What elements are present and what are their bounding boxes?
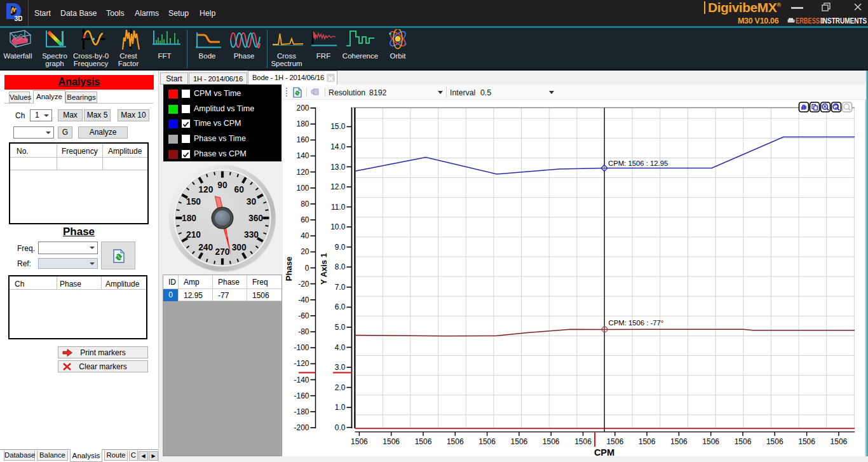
svg-text:1506: 1506 (447, 437, 464, 446)
svg-text:-80: -80 (298, 327, 309, 336)
svg-text:90: 90 (217, 180, 227, 189)
svg-text:120: 120 (296, 168, 309, 177)
svg-text:270: 270 (215, 247, 229, 256)
svg-text:Phase: Phase (284, 257, 294, 281)
svg-text:1506: 1506 (351, 437, 368, 446)
svg-text:13.0: 13.0 (330, 163, 346, 172)
svg-text:2.0: 2.0 (335, 383, 346, 392)
svg-text:240: 240 (198, 242, 213, 252)
svg-text:180: 180 (296, 119, 309, 128)
svg-text:-200: -200 (294, 423, 309, 432)
svg-text:150: 150 (186, 196, 200, 206)
svg-text:80: 80 (301, 200, 309, 208)
svg-text:140: 140 (296, 151, 309, 160)
svg-text:3.0: 3.0 (335, 363, 346, 372)
svg-text:CPM: CPM (594, 447, 614, 458)
svg-text:100: 100 (296, 184, 309, 193)
svg-text:3D: 3D (15, 15, 23, 22)
svg-text:360: 360 (248, 214, 262, 223)
svg-text:1506: 1506 (511, 437, 528, 446)
svg-text:1506: 1506 (702, 437, 719, 446)
svg-text:1506: 1506 (543, 437, 560, 446)
svg-text:6.0: 6.0 (335, 302, 346, 311)
svg-text:11.0: 11.0 (331, 203, 346, 212)
svg-text:-160: -160 (294, 391, 309, 400)
svg-text:1506: 1506 (670, 437, 688, 446)
svg-text:4.0: 4.0 (335, 343, 346, 352)
svg-text:1506: 1506 (735, 437, 752, 446)
svg-text:40: 40 (301, 231, 309, 240)
svg-text:-100: -100 (294, 343, 309, 352)
svg-text:10.0: 10.0 (330, 222, 346, 231)
svg-text:1506: 1506 (606, 437, 623, 446)
svg-text:60: 60 (234, 184, 244, 194)
svg-text:30: 30 (246, 196, 256, 206)
svg-text:-120: -120 (294, 359, 309, 368)
svg-text:1506: 1506 (831, 437, 848, 446)
svg-text:-40: -40 (298, 296, 309, 304)
svg-text:Y Axis 1: Y Axis 1 (319, 253, 329, 285)
svg-text:12.0: 12.0 (330, 182, 346, 191)
svg-text:14.0: 14.0 (330, 142, 346, 151)
svg-text:1506: 1506 (415, 437, 432, 446)
svg-text:1506: 1506 (478, 437, 496, 446)
svg-text:200: 200 (296, 104, 309, 112)
svg-text:-180: -180 (294, 407, 309, 416)
svg-text:-20: -20 (298, 280, 309, 289)
svg-text:180: 180 (181, 214, 196, 223)
svg-text:5.0: 5.0 (335, 323, 346, 332)
svg-text:160: 160 (296, 135, 309, 144)
svg-text:300: 300 (231, 242, 246, 252)
svg-text:1506: 1506 (574, 437, 592, 446)
svg-text:330: 330 (243, 230, 258, 240)
svg-text:15.0: 15.0 (330, 122, 346, 131)
svg-text:1506: 1506 (639, 437, 656, 446)
svg-text:20: 20 (301, 247, 309, 256)
svg-text:1506: 1506 (798, 437, 815, 446)
svg-text:-140: -140 (294, 376, 309, 384)
svg-text:120: 120 (198, 184, 213, 194)
svg-text:1506: 1506 (383, 437, 400, 446)
svg-text:CPM: 1506 : 12.95: CPM: 1506 : 12.95 (608, 160, 668, 167)
svg-text:-60: -60 (298, 311, 309, 320)
svg-text:210: 210 (186, 230, 200, 240)
svg-text:60: 60 (301, 215, 309, 224)
svg-text:CPM: 1506 : -77°: CPM: 1506 : -77° (609, 319, 664, 327)
svg-text:7.0: 7.0 (335, 283, 346, 292)
svg-text:1506: 1506 (766, 437, 783, 446)
svg-text:9.0: 9.0 (335, 243, 346, 252)
svg-text:0: 0 (305, 264, 309, 273)
svg-text:1.0: 1.0 (335, 403, 346, 412)
svg-text:0.0: 0.0 (335, 423, 346, 432)
svg-text:8.0: 8.0 (335, 262, 346, 271)
